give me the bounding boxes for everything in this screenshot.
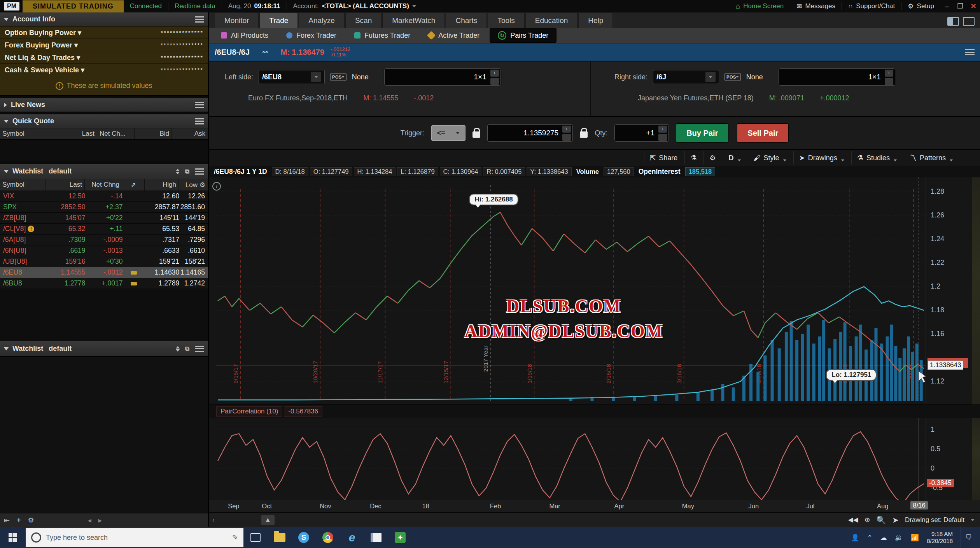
trigger-price-input[interactable]: 1.1359275 +− [487, 124, 573, 142]
link-icon[interactable]: ⧉ [185, 345, 189, 352]
col-high[interactable]: High [145, 179, 179, 191]
drawings-button[interactable]: ➤Drawings [793, 151, 850, 165]
correlation-canvas[interactable] [216, 418, 926, 548]
collapse-sidebar-icon[interactable]: ⇤ [4, 516, 10, 525]
price-chart-canvas[interactable]: 9/15/1710/20/1711/17/1712/15/171/19/182/… [216, 177, 926, 405]
decrement-button[interactable]: − [885, 78, 893, 85]
start-button[interactable] [0, 527, 26, 548]
decrement-button[interactable]: − [658, 134, 667, 141]
buy-pair-button[interactable]: Buy Pair [676, 123, 728, 143]
tab-education[interactable]: Education [525, 13, 578, 28]
watchlist-header[interactable]: Watchlist default ⧉ [0, 164, 208, 179]
tab-analyze[interactable]: Analyze [299, 13, 345, 28]
account-row[interactable]: Forex Buying Power ▾************** [0, 39, 208, 51]
col-symbol[interactable]: Symbol [0, 128, 62, 139]
correlation-chart[interactable]: 10.50-0.5-0.3845 [209, 418, 980, 500]
live-news-header[interactable]: Live News [0, 98, 208, 112]
symbol-cell[interactable]: /UB[U8] [1, 257, 47, 266]
subtab-forex-trader[interactable]: Forex Trader [278, 29, 344, 42]
add-gadget-icon[interactable]: + [17, 516, 21, 524]
tab-monitor[interactable]: Monitor [215, 13, 259, 28]
col-netchng[interactable]: Net Chng [85, 179, 122, 191]
pan-left-icon[interactable]: ‹ [209, 516, 215, 524]
support-chat-button[interactable]: ∩Support/Chat [842, 2, 901, 10]
increment-button[interactable]: + [658, 126, 667, 133]
account-row[interactable]: Net Liq & Day Trades ▾************** [0, 51, 208, 64]
studies-quick-button[interactable]: ⚗ [684, 151, 702, 165]
watchlist-name-dropdown[interactable]: default [49, 167, 72, 175]
minimize-button[interactable]: – [940, 2, 954, 11]
symbol-cell[interactable]: VIX [1, 192, 47, 200]
tab-tools[interactable]: Tools [488, 13, 524, 28]
style-button[interactable]: 🖌Style [748, 152, 792, 165]
reorder-stepper[interactable] [176, 169, 180, 174]
menu-icon[interactable] [195, 118, 204, 124]
studies-button[interactable]: ⚗Studies [851, 151, 902, 165]
price-axis[interactable]: 1.281.261.241.221.21.181.161.121.1338643 [926, 177, 972, 404]
tray-clock[interactable]: 9:18 AM 8/20/2018 [927, 530, 953, 544]
account-selector[interactable]: <TOTAL> (ALL ACCOUNTS) [322, 2, 409, 10]
tab-trade[interactable]: Trade [259, 13, 298, 28]
watchlist-row[interactable]: /6EU81.14555-.00121.146301.14165 [0, 267, 208, 278]
watchlist-row[interactable]: /6BU81.2778+.00171.27891.2742 [0, 278, 208, 289]
subtab-all-products[interactable]: All Products [213, 29, 276, 42]
main-chart[interactable]: i 9/15/1710/20/1711/17/1712/15/171/19/18… [209, 177, 980, 404]
symbol-cell[interactable]: /6A[U8] [1, 236, 47, 244]
close-button[interactable]: ✕ [967, 2, 980, 11]
col-netchg[interactable]: Net Ch... [97, 128, 135, 139]
left-symbol-dropdown[interactable]: /6EU8 [259, 70, 325, 84]
spinner[interactable]: +− [885, 70, 895, 85]
watchlist-row[interactable]: /6N[U8].6619-.0013.6633.6610 [0, 245, 208, 256]
spinner[interactable]: +− [658, 126, 668, 141]
messages-button[interactable]: ✉Messages [790, 2, 842, 11]
layout-split-icon[interactable] [947, 17, 959, 26]
spinner[interactable]: +− [490, 70, 500, 85]
increment-button[interactable]: + [885, 70, 893, 77]
symbol-cell[interactable]: /6N[U8] [1, 247, 47, 255]
position-badge[interactable]: POS≡ [724, 73, 741, 81]
study-label[interactable]: PairCorrelation (10) [216, 406, 282, 417]
sell-pair-button[interactable]: Sell Pair [737, 123, 789, 143]
menu-icon[interactable] [195, 102, 204, 108]
increment-button[interactable]: + [562, 126, 571, 133]
timeframe-button[interactable]: D [723, 152, 746, 165]
account-row[interactable]: Option Buying Power ▾************** [0, 26, 208, 39]
col-last[interactable]: Last [62, 128, 97, 139]
scroll-right-icon[interactable]: ▸ [98, 516, 102, 525]
col-flag[interactable]: ⇗ [122, 179, 145, 191]
col-ask[interactable]: Ask [172, 128, 208, 139]
data-status[interactable]: Realtime data [168, 2, 222, 10]
decrement-button[interactable]: − [490, 78, 499, 85]
watchlist-row[interactable]: /UB[U8]159'16+0'30159'21158'21 [0, 256, 208, 267]
patterns-button[interactable]: 〽Patterns [904, 152, 958, 165]
watchlist-row[interactable]: /ZB[U8]145'07+0'22145'11144'19 [0, 213, 208, 224]
link-icon[interactable]: ⚯ [262, 49, 268, 56]
watchlist-row[interactable]: /6A[U8].7309-.0009.7317.7296 [0, 235, 208, 245]
setup-button[interactable]: ⚙Setup [901, 2, 940, 11]
col-last[interactable]: Last [46, 179, 85, 191]
share-button[interactable]: ⇱Share [644, 151, 683, 165]
menu-icon[interactable] [195, 346, 204, 352]
subtab-pairs-trader[interactable]: ↻Pairs Trader [490, 28, 556, 43]
restore-button[interactable]: ❐ [954, 2, 967, 11]
gear-icon[interactable]: ⚙ [28, 516, 34, 525]
symbol-cell[interactable]: /6BU8 [1, 279, 47, 287]
symbol-cell[interactable]: SPX [1, 203, 47, 211]
symbol-cell[interactable]: /ZB[U8] [1, 214, 47, 222]
scroll-left-icon[interactable]: ◂ [88, 516, 91, 525]
right-symbol-dropdown[interactable]: /6J [653, 70, 719, 84]
menu-icon[interactable] [195, 168, 204, 175]
lock-icon[interactable] [580, 131, 588, 138]
right-gutter[interactable] [972, 418, 980, 500]
watchlist-row[interactable]: SPX2852.50+2.372857.872851.60 [0, 202, 208, 213]
col-bid[interactable]: Bid [135, 128, 172, 139]
pm-badge[interactable]: PM [4, 2, 19, 11]
tab-marketwatch[interactable]: MarketWatch [382, 13, 445, 28]
time-axis[interactable]: SepOctNovDec18FebMarAprMayJunJulAug8/16 [209, 500, 980, 512]
symbol-cell[interactable]: /CL[V8]! [1, 225, 47, 233]
watchlist-row[interactable]: /CL[V8]!65.32+.1165.5364.85 [0, 224, 208, 235]
watchlist2-header[interactable]: Watchlist default ⧉ [0, 341, 208, 357]
subtab-active-trader[interactable]: Active Trader [420, 29, 487, 42]
col-low[interactable]: Low ⚙ [179, 179, 208, 191]
right-gutter[interactable] [972, 177, 980, 404]
